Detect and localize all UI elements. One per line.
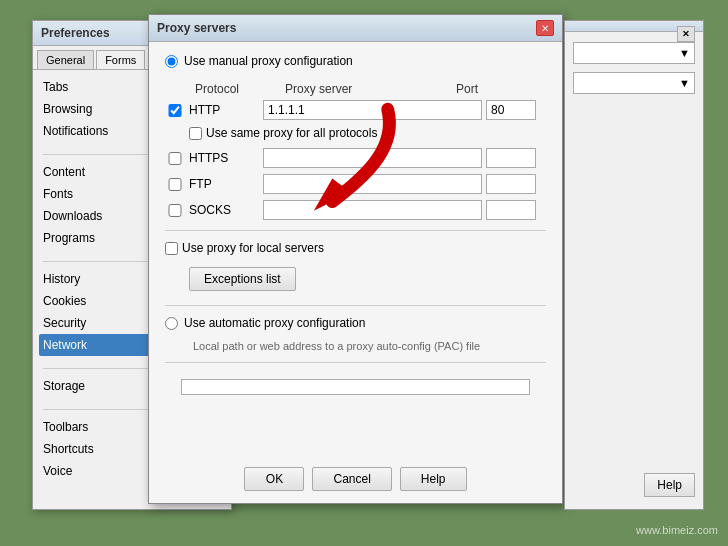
proxy-row-ftp: FTP [165,174,546,194]
tab-forms[interactable]: Forms [96,50,145,69]
dropdown-1-arrow: ▼ [679,47,690,59]
https-label: HTTPS [189,151,259,165]
auto-proxy-radio[interactable] [165,317,178,330]
ftp-server-input[interactable] [263,174,482,194]
ftp-port-input[interactable] [486,174,536,194]
manual-proxy-label: Use manual proxy configuration [184,54,353,68]
proxy-row-http: HTTP [165,100,546,120]
socks-label: SOCKS [189,203,259,217]
pac-hint: Local path or web address to a proxy aut… [193,340,518,352]
right-dropdown-1[interactable]: ▼ [573,42,695,64]
separator-1 [165,230,546,231]
help-button[interactable]: Help [400,467,467,491]
dialog-buttons: OK Cancel Help [149,467,562,491]
watermark: www.bimeiz.com [636,524,718,536]
http-port-input[interactable] [486,100,536,120]
cancel-button[interactable]: Cancel [312,467,391,491]
right-panel-content: ▼ ▼ [565,32,703,110]
http-checkbox[interactable] [165,104,185,117]
url-area [165,373,546,401]
socks-server-input[interactable] [263,200,482,220]
right-help-button[interactable]: Help [644,473,695,497]
https-checkbox[interactable] [165,152,185,165]
manual-proxy-radio[interactable] [165,55,178,68]
https-port-input[interactable] [486,148,536,168]
header-port: Port [456,82,516,96]
separator-2 [165,305,546,306]
manual-proxy-option[interactable]: Use manual proxy configuration [165,54,546,68]
dropdown-2-arrow: ▼ [679,77,690,89]
header-protocol: Protocol [195,82,285,96]
http-server-input[interactable] [263,100,482,120]
dialog-close-button[interactable]: ✕ [536,20,554,36]
right-panel: ✕ ▼ ▼ Help [564,20,704,510]
dialog-title: Proxy servers [157,21,236,35]
proxy-row-socks: SOCKS [165,200,546,220]
separator-3 [165,362,546,363]
proxy-dialog: Proxy servers ✕ Use manual proxy configu… [148,14,563,504]
local-proxy-label: Use proxy for local servers [182,241,324,255]
header-proxy-server: Proxy server [285,82,456,96]
local-proxy-checkbox[interactable] [165,242,178,255]
same-proxy-checkbox[interactable] [189,127,202,140]
right-dropdown-2[interactable]: ▼ [573,72,695,94]
exceptions-button[interactable]: Exceptions list [189,267,296,291]
auto-proxy-option[interactable]: Use automatic proxy configuration [165,316,546,330]
dialog-titlebar: Proxy servers ✕ [149,15,562,42]
same-proxy-label: Use same proxy for all protocols [206,126,377,140]
right-panel-title: ✕ [565,21,703,32]
http-label: HTTP [189,103,259,117]
pac-url-input[interactable] [181,379,530,395]
socks-port-input[interactable] [486,200,536,220]
right-panel-close[interactable]: ✕ [677,26,695,42]
dialog-body: Use manual proxy configuration Protocol … [149,42,562,413]
ftp-checkbox[interactable] [165,178,185,191]
ftp-label: FTP [189,177,259,191]
ok-button[interactable]: OK [244,467,304,491]
proxy-headers: Protocol Proxy server Port [165,78,546,100]
local-proxy-row: Use proxy for local servers [165,241,546,255]
proxy-row-https: HTTPS [165,148,546,168]
auto-proxy-label: Use automatic proxy configuration [184,316,365,330]
https-server-input[interactable] [263,148,482,168]
socks-checkbox[interactable] [165,204,185,217]
same-proxy-row: Use same proxy for all protocols [189,126,546,140]
tab-general[interactable]: General [37,50,94,69]
